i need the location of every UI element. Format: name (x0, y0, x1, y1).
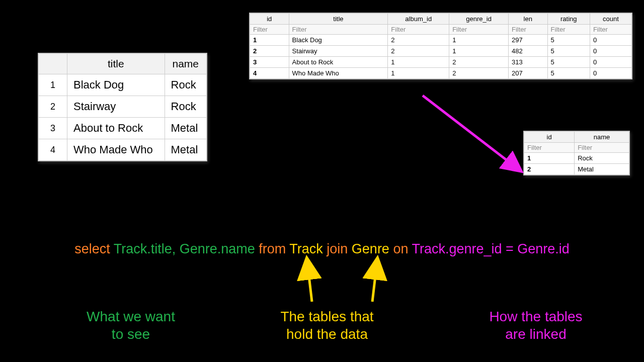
table-row: 3About to RockMetal (39, 118, 207, 139)
filter-input[interactable]: Filter (524, 143, 575, 153)
label-link: How the tablesare linked (453, 308, 619, 343)
filter-input[interactable]: Filter (289, 25, 388, 35)
label-what-to-see: What we wantto see (50, 308, 211, 343)
filter-input[interactable]: Filter (250, 25, 289, 35)
table-row: 1Black DogRock (39, 74, 207, 96)
sql-join: join (327, 241, 352, 256)
result-header-idx (39, 54, 67, 74)
filter-row: Filter Filter Filter Filter Filter Filte… (250, 25, 632, 35)
filter-input[interactable]: Filter (590, 25, 631, 35)
filter-input[interactable]: Filter (547, 25, 590, 35)
table-row: 4Who Made Who1220750 (250, 68, 632, 79)
track-table: id title album_id genre_id len rating co… (249, 13, 632, 79)
sql-from: from (259, 241, 289, 256)
sql-select: select (74, 241, 114, 256)
table-row: 3About to Rock1231350 (250, 57, 632, 68)
sql-columns: Track.title, Genre.name (114, 241, 259, 256)
filter-input[interactable]: Filter (575, 143, 629, 153)
arrow-genre-link (423, 96, 521, 171)
arrow-to-genre (372, 259, 377, 302)
table-row: 4Who Made WhoMetal (39, 139, 207, 161)
sql-table1: Track (289, 241, 327, 256)
sql-table2: Genre (352, 241, 393, 256)
filter-input[interactable]: Filter (449, 25, 509, 35)
result-table: title name 1Black DogRock 2StairwayRock … (38, 53, 207, 161)
table-row: 1Rock (524, 153, 629, 164)
filter-input[interactable]: Filter (388, 25, 449, 35)
table-row: 2StairwayRock (39, 96, 207, 118)
sql-cond: Track.genre_id = Genre.id (412, 241, 569, 256)
sql-on: on (393, 241, 412, 256)
table-row: 2Stairway2148250 (250, 46, 632, 57)
result-header-name: name (165, 54, 206, 74)
sql-statement: select Track.title, Genre.name from Trac… (0, 241, 644, 257)
label-tables: The tables thathold the data (242, 308, 413, 343)
genre-table: id name Filter Filter 1Rock 2Metal (523, 131, 630, 175)
arrow-to-track (307, 259, 312, 302)
table-row: 1Black Dog2129750 (250, 35, 632, 46)
filter-row: Filter Filter (524, 143, 629, 153)
table-row: 2Metal (524, 164, 629, 175)
result-header-title: title (67, 54, 165, 74)
filter-input[interactable]: Filter (508, 25, 547, 35)
